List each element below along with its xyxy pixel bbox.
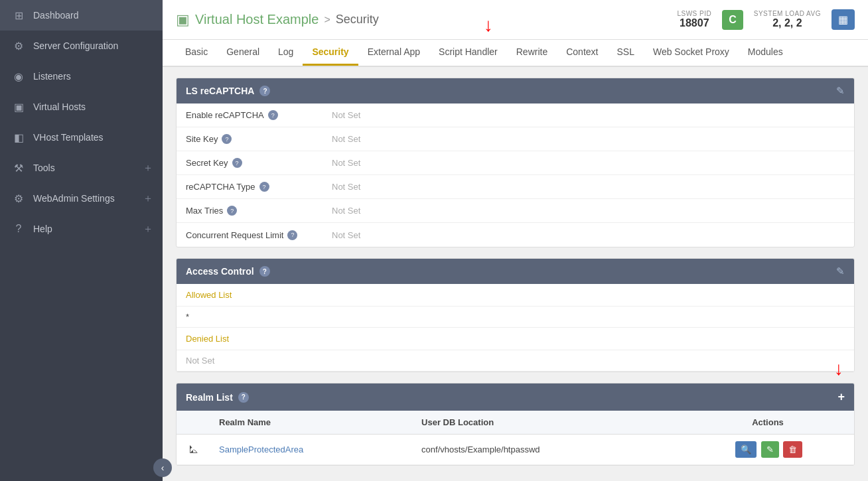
access-control-header: Access Control ? ✎ xyxy=(177,259,854,284)
virtual-hosts-icon: ▣ xyxy=(12,100,25,113)
recaptcha-edit-icon[interactable]: ✎ xyxy=(836,85,845,97)
sidebar-item-label: Virtual Hosts xyxy=(33,102,86,112)
field-label-site-key: Site Key ? xyxy=(177,129,323,149)
field-value-secret-key: Not Set xyxy=(323,153,854,173)
sidebar-item-label: Listeners xyxy=(33,71,71,82)
tools-icon: ⚒ xyxy=(12,161,25,174)
recaptcha-section-header: LS reCAPTCHA ? ✎ xyxy=(177,78,854,103)
realm-delete-button[interactable]: 🗑 xyxy=(783,441,802,458)
realm-list-add-icon[interactable]: + xyxy=(837,390,845,404)
sidebar-item-vhost-templates[interactable]: ◧ VHost Templates xyxy=(0,122,163,153)
field-help-max-tries[interactable]: ? xyxy=(227,206,237,216)
col-realm-name-header: Realm Name xyxy=(210,411,412,435)
realm-name-link[interactable]: SampleProtectedArea xyxy=(219,445,303,454)
header-title: ▣ Virtual Host Example > Security xyxy=(176,11,379,29)
field-value-max-tries: Not Set xyxy=(323,200,854,221)
sidebar-item-help[interactable]: ? Help ＋ xyxy=(0,214,163,244)
realm-list-help-icon[interactable]: ? xyxy=(238,392,249,403)
chart-button[interactable]: ▦ xyxy=(832,9,855,30)
sidebar-item-listeners[interactable]: ◉ Listeners xyxy=(0,61,163,92)
restart-button[interactable]: C xyxy=(722,10,743,30)
breadcrumb-separator: > xyxy=(324,14,330,26)
tab-basic[interactable]: Basic xyxy=(176,40,217,66)
denied-list-value: Not Set xyxy=(177,350,854,372)
sidebar-item-webadmin-settings[interactable]: ⚙ WebAdmin Settings ＋ xyxy=(0,183,163,214)
field-help-concurrent-request-limit[interactable]: ? xyxy=(287,230,297,240)
tab-web-socket-proxy[interactable]: Web Socket Proxy xyxy=(644,40,739,66)
realm-list-section: ↓ Realm List ? + Realm Name User DB Loca… xyxy=(176,383,855,466)
realm-list-header-left: Realm List ? xyxy=(186,392,249,403)
sidebar-item-tools[interactable]: ⚒ Tools ＋ xyxy=(0,153,163,183)
field-help-enable-recaptcha[interactable]: ? xyxy=(268,110,278,120)
field-help-recaptcha-type[interactable]: ? xyxy=(259,182,269,192)
field-label-max-tries: Max Tries ? xyxy=(177,200,323,221)
realm-list-header: Realm List ? + xyxy=(177,383,854,411)
realm-list-title: Realm List xyxy=(186,392,233,403)
access-control-edit-icon[interactable]: ✎ xyxy=(836,265,845,277)
field-row-site-key: Site Key ? Not Set xyxy=(177,127,854,151)
field-label-secret-key: Secret Key ? xyxy=(177,153,323,173)
sidebar-item-virtual-hosts[interactable]: ▣ Virtual Hosts xyxy=(0,92,163,122)
system-load-label: SYSTEM LOAD AVG xyxy=(754,10,821,17)
tab-general[interactable]: General xyxy=(217,40,269,66)
col-actions-header: Actions xyxy=(682,411,854,435)
recaptcha-title: LS reCAPTCHA xyxy=(186,86,254,96)
lsws-pid-block: LSWS PID 18807 xyxy=(677,10,711,29)
recaptcha-header-left: LS reCAPTCHA ? xyxy=(186,86,270,96)
access-control-section: Access Control ? ✎ Allowed List * Denied… xyxy=(176,258,855,372)
tab-ssl[interactable]: SSL xyxy=(607,40,643,66)
header: ▣ Virtual Host Example > Security LSWS P… xyxy=(163,0,868,40)
field-label-enable-recaptcha: Enable reCAPTCHA ? xyxy=(177,105,323,125)
recaptcha-help-icon[interactable]: ? xyxy=(259,86,270,96)
recaptcha-section: LS reCAPTCHA ? ✎ Enable reCAPTCHA ? Not … xyxy=(176,78,855,247)
sidebar-item-label: VHost Templates xyxy=(33,132,104,143)
help-expand-icon: ＋ xyxy=(143,222,153,236)
sidebar-item-label: Server Configuration xyxy=(33,40,118,51)
realm-user-db-cell: conf/vhosts/Example/htpasswd xyxy=(412,435,682,465)
sidebar-item-server-configuration[interactable]: ⚙ Server Configuration xyxy=(0,31,163,61)
field-row-max-tries: Max Tries ? Not Set xyxy=(177,199,854,223)
realm-edit-button[interactable]: ✎ xyxy=(761,441,779,458)
allowed-list-label: Allowed List xyxy=(177,284,854,307)
tab-external-app[interactable]: External App xyxy=(358,40,429,66)
sidebar-item-label: Help xyxy=(33,224,52,234)
field-help-secret-key[interactable]: ? xyxy=(232,158,242,168)
lsws-pid-label: LSWS PID xyxy=(677,10,711,17)
tab-context[interactable]: Context xyxy=(557,40,607,66)
tab-rewrite[interactable]: Rewrite xyxy=(507,40,557,66)
sidebar-item-label: Tools xyxy=(33,163,55,173)
tools-expand-icon: ＋ xyxy=(143,161,153,175)
field-value-recaptcha-type: Not Set xyxy=(323,176,854,197)
tab-log[interactable]: Log xyxy=(269,40,303,66)
sidebar-collapse-button[interactable]: ‹ xyxy=(153,458,172,477)
tab-security[interactable]: Security xyxy=(303,40,358,66)
sidebar: ⊞ Dashboard ⚙ Server Configuration ◉ Lis… xyxy=(0,0,163,481)
system-load-block: SYSTEM LOAD AVG 2, 2, 2 xyxy=(754,10,821,29)
field-row-recaptcha-type: reCAPTCHA Type ? Not Set xyxy=(177,175,854,199)
allowed-list-value: * xyxy=(177,307,854,328)
breadcrumb-current: Security xyxy=(336,13,379,27)
sidebar-item-dashboard[interactable]: ⊞ Dashboard xyxy=(0,0,163,31)
field-label-recaptcha-type: reCAPTCHA Type ? xyxy=(177,176,323,197)
col-user-db-header: User DB Location xyxy=(412,411,682,435)
field-label-concurrent-request-limit: Concurrent Request Limit ? xyxy=(177,225,323,245)
access-control-help-icon[interactable]: ? xyxy=(259,266,270,277)
denied-list-label: Denied List xyxy=(177,328,854,350)
cube-icon: ▣ xyxy=(176,11,190,29)
realm-name-cell: SampleProtectedArea xyxy=(210,435,412,465)
field-help-site-key[interactable]: ? xyxy=(222,134,232,144)
system-load-value: 2, 2, 2 xyxy=(754,17,821,29)
listeners-icon: ◉ xyxy=(12,70,25,83)
tabs: Basic General Log Security External App … xyxy=(163,40,868,67)
field-row-concurrent-request-limit: Concurrent Request Limit ? Not Set xyxy=(177,223,854,247)
field-value-enable-recaptcha: Not Set xyxy=(323,105,854,125)
virtual-host-name: Virtual Host Example xyxy=(195,12,319,27)
main-content: ▣ Virtual Host Example > Security LSWS P… xyxy=(163,0,868,481)
tab-script-handler[interactable]: Script Handler xyxy=(429,40,507,66)
header-right: LSWS PID 18807 C SYSTEM LOAD AVG 2, 2, 2… xyxy=(677,9,855,30)
realm-table: Realm Name User DB Location Actions ⛡ Sa… xyxy=(177,411,854,465)
tab-modules[interactable]: Modules xyxy=(739,40,792,66)
sidebar-item-label: WebAdmin Settings xyxy=(33,193,115,204)
realm-view-button[interactable]: 🔍 xyxy=(735,441,757,458)
dashboard-icon: ⊞ xyxy=(12,9,25,22)
